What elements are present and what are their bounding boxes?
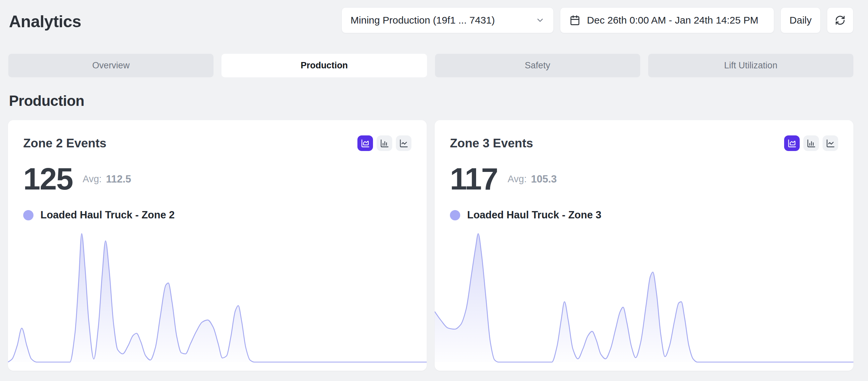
cards-row: Zone 2 Events 125 Avg: 112.5 xyxy=(8,120,854,371)
avg-label: Avg: xyxy=(83,174,102,184)
refresh-icon xyxy=(835,15,845,26)
bar-chart-button[interactable] xyxy=(803,136,819,151)
bar-chart-button[interactable] xyxy=(377,136,392,151)
page-title: Analytics xyxy=(9,12,81,31)
stat-row: 125 Avg: 112.5 xyxy=(8,164,427,195)
total-value: 117 xyxy=(450,164,498,195)
line-chart-icon xyxy=(399,139,408,148)
chart-type-switcher xyxy=(784,136,838,151)
date-range-value: Dec 26th 0:00 AM - Jan 24th 14:25 PM xyxy=(587,14,758,26)
area-chart-icon xyxy=(361,139,370,148)
tab-overview[interactable]: Overview xyxy=(8,54,214,77)
tab-bar: Overview Production Safety Lift Utilizat… xyxy=(8,54,854,77)
legend: Loaded Haul Truck - Zone 2 xyxy=(8,209,427,221)
total-value: 125 xyxy=(23,164,72,195)
date-range-picker[interactable]: Dec 26th 0:00 AM - Jan 24th 14:25 PM xyxy=(560,7,774,33)
bar-chart-icon xyxy=(807,139,816,148)
zone2-events-card: Zone 2 Events 125 Avg: 112.5 xyxy=(8,120,427,371)
zone2-area-chart[interactable] xyxy=(8,230,427,363)
tab-production[interactable]: Production xyxy=(221,54,427,77)
granularity-button[interactable]: Daily xyxy=(780,7,820,33)
topbar: Analytics Mining Production (19f1 ... 74… xyxy=(0,0,868,33)
header-controls: Mining Production (19f1 ... 7431) Dec 26… xyxy=(341,7,854,33)
bar-chart-icon xyxy=(380,139,389,148)
zone3-events-card: Zone 3 Events 117 Avg: 105.3 xyxy=(435,120,854,371)
dataset-select[interactable]: Mining Production (19f1 ... 7431) xyxy=(341,7,554,33)
legend-dot xyxy=(450,210,460,221)
zone3-area-chart[interactable] xyxy=(435,230,854,363)
line-chart-button[interactable] xyxy=(396,136,411,151)
legend: Loaded Haul Truck - Zone 3 xyxy=(435,209,854,221)
avg-value: 105.3 xyxy=(531,173,557,185)
line-chart-button[interactable] xyxy=(823,136,838,151)
avg-value: 112.5 xyxy=(106,173,131,185)
line-chart-icon xyxy=(826,139,835,148)
dataset-select-value: Mining Production (19f1 ... 7431) xyxy=(350,14,495,26)
tab-safety[interactable]: Safety xyxy=(435,54,640,77)
section-title: Production xyxy=(9,93,868,109)
avg-label: Avg: xyxy=(507,174,527,184)
card-header: Zone 2 Events xyxy=(8,120,427,151)
card-title: Zone 3 Events xyxy=(450,137,533,150)
tab-lift-utilization[interactable]: Lift Utilization xyxy=(648,54,854,77)
legend-label: Loaded Haul Truck - Zone 3 xyxy=(467,209,601,221)
area-chart-button[interactable] xyxy=(358,136,373,151)
area-chart-icon xyxy=(787,139,797,148)
area-chart-button[interactable] xyxy=(784,136,800,151)
stat-row: 117 Avg: 105.3 xyxy=(435,164,854,195)
card-header: Zone 3 Events xyxy=(435,120,854,151)
card-title: Zone 2 Events xyxy=(23,137,106,150)
chart-type-switcher xyxy=(358,136,411,151)
legend-label: Loaded Haul Truck - Zone 2 xyxy=(40,209,175,221)
chevron-down-icon xyxy=(535,16,545,25)
legend-dot xyxy=(23,210,33,221)
calendar-icon xyxy=(569,15,580,26)
analytics-page: Analytics Mining Production (19f1 ... 74… xyxy=(0,0,868,381)
refresh-button[interactable] xyxy=(827,7,854,33)
